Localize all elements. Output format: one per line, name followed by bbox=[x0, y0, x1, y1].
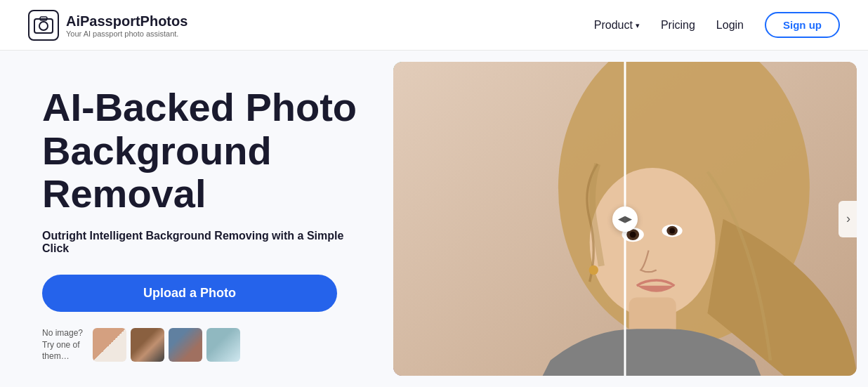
upload-button[interactable]: Upload a Photo bbox=[42, 275, 337, 312]
sample-thumb-4[interactable] bbox=[206, 328, 240, 362]
header: AiPassportPhotos Your AI passport photo … bbox=[0, 0, 868, 51]
hero-title: AI-Backed Photo Background Removal bbox=[42, 86, 365, 216]
hero-left-panel: AI-Backed Photo Background Removal Outri… bbox=[0, 51, 393, 387]
comparison-drag-handle[interactable]: ◀▶ bbox=[612, 206, 638, 232]
main-nav: Product ▾ Pricing Login Sign up bbox=[594, 12, 840, 38]
sample-thumb-2[interactable] bbox=[131, 328, 164, 362]
main-content: AI-Backed Photo Background Removal Outri… bbox=[0, 51, 868, 387]
image-comparison-panel: ◀▶ › bbox=[393, 62, 857, 376]
sample-label: No image?Try one ofthem… bbox=[42, 327, 83, 362]
brand-tagline: Your AI passport photo assistant. bbox=[66, 29, 188, 38]
nav-product[interactable]: Product ▾ bbox=[594, 19, 640, 32]
sample-row: No image?Try one ofthem… bbox=[42, 327, 365, 362]
hero-subtitle: Outright Intelligent Background Removing… bbox=[42, 230, 365, 255]
sample-thumb-1[interactable] bbox=[93, 328, 126, 362]
svg-point-1 bbox=[39, 22, 48, 30]
comparison-container: ◀▶ › bbox=[393, 62, 857, 376]
svg-point-10 bbox=[630, 232, 636, 238]
brand-name: AiPassportPhotos bbox=[66, 13, 188, 29]
chevron-down-icon: ▾ bbox=[636, 21, 640, 30]
signup-button[interactable]: Sign up bbox=[765, 12, 840, 38]
nav-pricing[interactable]: Pricing bbox=[661, 19, 695, 32]
svg-point-14 bbox=[589, 265, 598, 275]
logo-icon bbox=[28, 10, 59, 41]
svg-point-6 bbox=[590, 168, 716, 317]
sample-thumb-3[interactable] bbox=[169, 328, 202, 362]
sample-thumbnails bbox=[93, 328, 240, 362]
svg-point-13 bbox=[669, 228, 675, 234]
logo-text: AiPassportPhotos Your AI passport photo … bbox=[66, 13, 188, 38]
side-scroll-arrow[interactable]: › bbox=[839, 201, 857, 237]
nav-login[interactable]: Login bbox=[716, 19, 744, 32]
logo-area[interactable]: AiPassportPhotos Your AI passport photo … bbox=[28, 10, 188, 41]
